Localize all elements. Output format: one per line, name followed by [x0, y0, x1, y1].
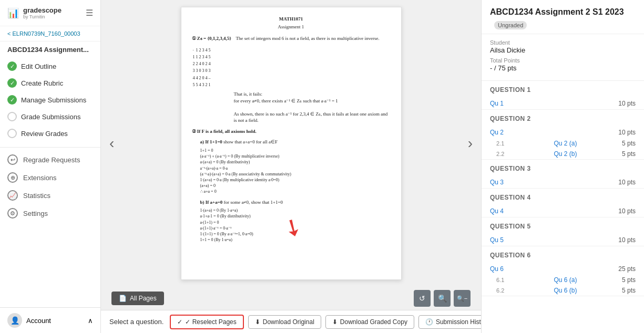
question-header: Question 2	[482, 110, 644, 127]
zoom-in-button[interactable]: 🔍	[434, 290, 451, 307]
reselect-pages-button[interactable]: ✓ ✓ Reselect Pages	[170, 315, 243, 329]
submission-history-button[interactable]: 🕐 Submission History	[418, 315, 481, 329]
account-left: 👤 Account	[7, 313, 51, 328]
question-header: Question 6	[482, 246, 644, 263]
question-header: Question 4	[482, 189, 644, 205]
sidebar: 📊 gradescope by Turnitin ☰ < ELRN0739N_7…	[0, 0, 101, 333]
doc-table-section: ·12345 112345 224024 330303 44204– 55432…	[192, 46, 391, 124]
question-group-title: Question 1	[490, 86, 636, 93]
question-list: Question 1 Qu 1 10 pts Question 2 Qu 2 1…	[482, 81, 644, 296]
prev-page-button[interactable]: ‹	[105, 131, 118, 156]
sidebar-item-grade-submissions[interactable]: Grade Submissions	[0, 108, 100, 125]
question-group: Question 1 Qu 1 10 pts	[482, 81, 644, 110]
next-page-arrow-button[interactable]: ›	[464, 131, 477, 156]
sub-question-num: 2.1	[496, 140, 509, 147]
logo-name: gradescope	[23, 6, 62, 14]
question-link[interactable]: Qu 6	[490, 265, 504, 273]
sub-question-row: 2.1 Qu 2 (a) 5 pts	[482, 138, 644, 149]
select-question-prompt: Select a question.	[109, 318, 163, 326]
document-paper: MATH1071 Assignment 1 ① Z₆ = {0,1,2,3,4,…	[181, 7, 402, 280]
breadcrumb[interactable]: < ELRN0739N_7160_00003	[0, 26, 100, 41]
question-pts: 10 pts	[618, 236, 636, 244]
question-link[interactable]: Qu 3	[490, 179, 504, 186]
sub-question-pts: 5 pts	[622, 150, 636, 158]
question-pts: 10 pts	[618, 129, 636, 136]
logo-sub: by Turnitin	[23, 14, 62, 19]
sub-question-pts: 5 pts	[622, 287, 636, 294]
sidebar-item-settings[interactable]: ⚙ Settings	[0, 204, 100, 222]
question-pts: 10 pts	[618, 207, 636, 215]
download-original-button[interactable]: ⬇ Download Original	[248, 315, 321, 329]
question-pts: 25 pts	[618, 265, 636, 273]
question-link[interactable]: Qu 2	[490, 129, 504, 136]
question-group-title: Question 5	[490, 223, 636, 230]
question-group-title: Question 3	[490, 165, 636, 172]
student-label: Student	[490, 39, 636, 46]
sidebar-item-review-grades[interactable]: Review Grades	[0, 125, 100, 142]
sidebar-item-label: Statistics	[23, 192, 50, 200]
question-row: Qu 5 10 pts	[482, 234, 644, 246]
doc-title: MATH1071	[192, 16, 391, 23]
sub-question-link[interactable]: Qu 2 (a)	[554, 140, 577, 147]
gradescope-logo-icon: 📊	[7, 7, 19, 19]
viewer-toolbar: 📄 All Pages ↺ 🔍 🔍−	[101, 287, 481, 310]
question-row: Qu 2 10 pts	[482, 127, 644, 138]
question-group: Question 5 Qu 5 10 pts	[482, 217, 644, 246]
sub-question-num: 2.2	[496, 151, 509, 157]
hamburger-menu-icon[interactable]: ☰	[86, 8, 93, 18]
question-group-title: Question 2	[490, 115, 636, 122]
sidebar-item-label: Edit Outline	[21, 63, 56, 70]
download-graded-button[interactable]: ⬇ Download Graded Copy	[325, 315, 414, 329]
right-panel-header: ABCD1234 Assignment 2 S1 2023 Ungraded	[482, 0, 644, 34]
download-original-label: Download Original	[263, 318, 314, 326]
sidebar-item-statistics[interactable]: 📈 Statistics	[0, 186, 100, 204]
sidebar-item-regrade-requests[interactable]: ↩ Regrade Requests	[0, 151, 100, 169]
statistics-icon: 📈	[7, 190, 18, 201]
sub-question-link[interactable]: Qu 2 (b)	[554, 150, 577, 158]
question-header: Question 1	[482, 81, 644, 98]
question-link[interactable]: Qu 1	[490, 100, 504, 107]
points-meta-row: Total Points - / 75 pts	[490, 57, 636, 72]
sub-question-link[interactable]: Qu 6 (a)	[554, 276, 577, 284]
sidebar-item-create-rubric[interactable]: ✓ Create Rubric	[0, 75, 100, 91]
sub-question-pts: 5 pts	[622, 276, 636, 284]
question-group: Question 2 Qu 2 10 pts 2.1 Qu 2 (a) 5 pt…	[482, 110, 644, 160]
question-row: Qu 3 10 pts	[482, 176, 644, 188]
question-row: Qu 4 10 pts	[482, 205, 644, 217]
checkmark-icon: ✓	[177, 318, 182, 326]
secondary-nav: ↩ Regrade Requests ⊕ Extensions 📈 Statis…	[0, 151, 100, 222]
download-graded-icon: ⬇	[332, 318, 338, 326]
sidebar-item-edit-outline[interactable]: ✓ Edit Outline	[0, 58, 100, 75]
total-points-label: Total Points	[490, 57, 636, 64]
sidebar-item-manage-submissions[interactable]: ✓ Manage Submissions	[0, 91, 100, 108]
sidebar-item-label: Manage Submissions	[21, 96, 86, 104]
account-footer[interactable]: 👤 Account ∧	[0, 307, 100, 333]
account-label: Account	[26, 317, 51, 325]
zoom-out-button[interactable]: 🔍−	[454, 290, 471, 307]
sidebar-item-extensions[interactable]: ⊕ Extensions	[0, 169, 100, 186]
all-pages-button[interactable]: 📄 All Pages	[111, 292, 164, 305]
question-link[interactable]: Qu 4	[490, 207, 504, 215]
check-icon: ✓	[7, 95, 17, 105]
doc-section-2: ② If F is a field, all axioms hold.	[192, 128, 391, 135]
student-meta-row: Student Ailsa Dickie	[490, 39, 636, 54]
sidebar-item-label: Settings	[23, 210, 48, 217]
reset-tool-button[interactable]: ↺	[414, 290, 431, 307]
download-icon: ⬇	[255, 318, 260, 326]
ungraded-badge: Ungraded	[494, 21, 527, 29]
submission-history-label: Submission History	[436, 318, 481, 326]
question-header: Question 5	[482, 217, 644, 234]
question-link[interactable]: Qu 5	[490, 236, 504, 244]
course-label: ABCD1234 Assignment...	[0, 41, 100, 56]
sidebar-item-label: Review Grades	[21, 130, 68, 138]
chevron-up-icon: ∧	[88, 317, 93, 325]
sub-question-link[interactable]: Qu 6 (b)	[554, 287, 577, 294]
main-content: ‹ MATH1071 Assignment 1 ① Z₆ = {0,1,2,3,…	[101, 0, 481, 333]
question-pts: 10 pts	[618, 179, 636, 186]
assignment-title: ABCD1234 Assignment 2 S1 2023	[490, 7, 624, 17]
document-content: MATH1071 Assignment 1 ① Z₆ = {0,1,2,3,4,…	[181, 7, 401, 255]
sub-question-pts: 5 pts	[622, 140, 636, 147]
logo-text-block: gradescope by Turnitin	[23, 6, 62, 19]
sidebar-logo-area: 📊 gradescope by Turnitin ☰	[0, 0, 100, 26]
question-header: Question 3	[482, 160, 644, 176]
